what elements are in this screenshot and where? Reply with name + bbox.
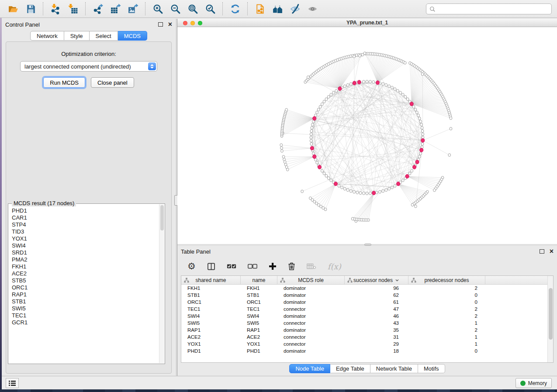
share-document-icon[interactable]	[251, 1, 269, 16]
close-panel-icon[interactable]: ×	[168, 22, 172, 27]
table-cell[interactable]: ORC1	[181, 299, 241, 305]
table-cell[interactable]: dominator	[277, 313, 345, 319]
table-cell[interactable]: dominator	[277, 327, 345, 333]
mcds-result-item[interactable]: TEC1	[12, 312, 159, 319]
export-image-icon[interactable]	[124, 1, 142, 16]
mcds-result-item[interactable]: SRD1	[12, 249, 159, 256]
split-view-icon[interactable]	[207, 262, 215, 271]
table-cell[interactable]: 2	[408, 306, 485, 312]
column-header-shared-name[interactable]: shared name	[181, 276, 241, 284]
tab-motifs[interactable]: Motifs	[418, 364, 445, 373]
table-cell[interactable]: SWI4	[241, 313, 277, 319]
table-cell[interactable]: STB1	[241, 292, 277, 298]
table-cell[interactable]: dominator	[277, 292, 345, 298]
table-cell[interactable]: SWI5	[181, 320, 241, 326]
float-panel-icon[interactable]	[158, 22, 163, 27]
search-input[interactable]	[438, 6, 548, 12]
table-cell[interactable]: ACE2	[241, 334, 277, 340]
hide-eye-slash-icon[interactable]	[286, 1, 304, 16]
table-settings-icon[interactable]: ⚙	[187, 262, 196, 271]
table-cell[interactable]: 1	[408, 320, 485, 326]
table-cell[interactable]: 1	[408, 341, 485, 347]
column-header-predecessor-nodes[interactable]: predecessor nodes	[408, 276, 485, 284]
table-cell[interactable]: 47	[345, 306, 408, 312]
table-cell[interactable]: 96	[345, 285, 408, 291]
table-cell[interactable]: PHD1	[181, 348, 241, 354]
tab-network[interactable]: Network	[30, 31, 64, 41]
table-cell[interactable]: SWI4	[181, 313, 241, 319]
window-minimize-icon[interactable]	[190, 21, 195, 25]
task-history-button[interactable]	[6, 378, 19, 388]
close-panel-button[interactable]: Close panel	[91, 77, 134, 88]
table-cell[interactable]: YOX1	[181, 341, 241, 347]
network-window-titlebar[interactable]: YPA_prune.txt_1	[177, 19, 557, 27]
result-scrollbar[interactable]	[159, 204, 164, 363]
table-row[interactable]: ORC1ORC1dominator610	[181, 299, 553, 306]
open-session-icon[interactable]	[4, 1, 22, 16]
table-cell[interactable]: 43	[345, 320, 408, 326]
table-cell[interactable]: connector	[277, 320, 345, 326]
mcds-result-item[interactable]: SWI5	[12, 305, 159, 312]
tab-mcds[interactable]: MCDS	[118, 31, 147, 41]
zoom-selected-icon[interactable]	[201, 1, 219, 16]
table-cell[interactable]: connector	[277, 341, 345, 347]
select-all-icon[interactable]	[227, 263, 236, 269]
column-header-successor-nodes[interactable]: successor nodes	[345, 276, 408, 284]
zoom-out-icon[interactable]	[166, 1, 184, 16]
table-row[interactable]: SWI5SWI5connector431	[181, 320, 553, 327]
save-session-icon[interactable]	[22, 1, 39, 16]
column-header-name[interactable]: name	[241, 276, 277, 284]
mcds-result-item[interactable]: PHD1	[12, 207, 159, 214]
mcds-result-item[interactable]: ACE2	[12, 270, 159, 277]
mcds-result-item[interactable]: TID3	[12, 228, 159, 235]
table-cell[interactable]: 0	[408, 348, 485, 354]
table-cell[interactable]: ACE2	[181, 334, 241, 340]
export-network-icon[interactable]	[89, 1, 107, 16]
close-panel-icon[interactable]: ×	[550, 249, 554, 254]
mcds-result-item[interactable]: ORC1	[12, 284, 159, 291]
memory-button[interactable]: Memory	[515, 378, 552, 388]
mcds-result-item[interactable]: PMA2	[12, 256, 159, 263]
table-row[interactable]: RAP1RAP1dominator352	[181, 327, 553, 334]
table-cell[interactable]: 18	[345, 348, 408, 354]
table-row[interactable]: PHD1PHD1dominator180	[181, 347, 553, 354]
table-row[interactable]: STB1STB1dominator620	[181, 292, 553, 299]
table-cell[interactable]: FKH1	[241, 285, 277, 291]
table-cell[interactable]: 35	[345, 327, 408, 333]
tab-edge-table[interactable]: Edge Table	[330, 364, 370, 373]
table-row[interactable]: YOX1YOX1connector291	[181, 340, 553, 347]
table-cell[interactable]: SWI5	[241, 320, 277, 326]
mcds-result-item[interactable]: RAP1	[12, 291, 159, 298]
table-row[interactable]: ACE2ACE2connector311	[181, 334, 553, 340]
table-scrollbar[interactable]	[547, 276, 553, 362]
table-cell[interactable]: dominator	[277, 285, 345, 291]
refresh-icon[interactable]	[226, 1, 244, 16]
float-panel-icon[interactable]	[540, 249, 544, 254]
table-cell[interactable]: 2	[408, 327, 485, 333]
deselect-all-icon[interactable]	[248, 263, 257, 269]
table-row[interactable]: TEC1TEC1connector472	[181, 306, 553, 313]
table-cell[interactable]: 31	[345, 334, 408, 340]
table-cell[interactable]: PHD1	[241, 348, 277, 354]
table-row[interactable]: FKH1FKH1dominator962	[181, 285, 553, 292]
table-cell[interactable]: 46	[345, 313, 408, 319]
mcds-result-item[interactable]: SWI4	[12, 242, 159, 249]
table-cell[interactable]: 0	[408, 299, 485, 305]
optimization-select[interactable]: largest connected component (undirected)	[20, 61, 157, 72]
add-column-icon[interactable]	[269, 262, 277, 270]
table-cell[interactable]: 2	[408, 313, 485, 319]
table-cell[interactable]: YOX1	[241, 341, 277, 347]
table-cell[interactable]: RAP1	[181, 327, 241, 333]
table-cell[interactable]: 1	[408, 334, 485, 340]
export-table-icon[interactable]	[107, 1, 124, 16]
column-header-MCDS-role[interactable]: MCDS role	[277, 276, 345, 284]
mcds-result-item[interactable]: GCR1	[12, 319, 159, 326]
window-zoom-icon[interactable]	[198, 21, 202, 25]
table-cell[interactable]: dominator	[277, 348, 345, 354]
network-graph[interactable]	[177, 27, 557, 244]
tab-node-table[interactable]: Node Table	[289, 364, 330, 373]
table-cell[interactable]: FKH1	[181, 285, 241, 291]
table-cell[interactable]: connector	[277, 334, 345, 340]
mcds-result-item[interactable]: STB5	[12, 277, 159, 284]
zoom-fit-icon[interactable]	[184, 1, 201, 16]
